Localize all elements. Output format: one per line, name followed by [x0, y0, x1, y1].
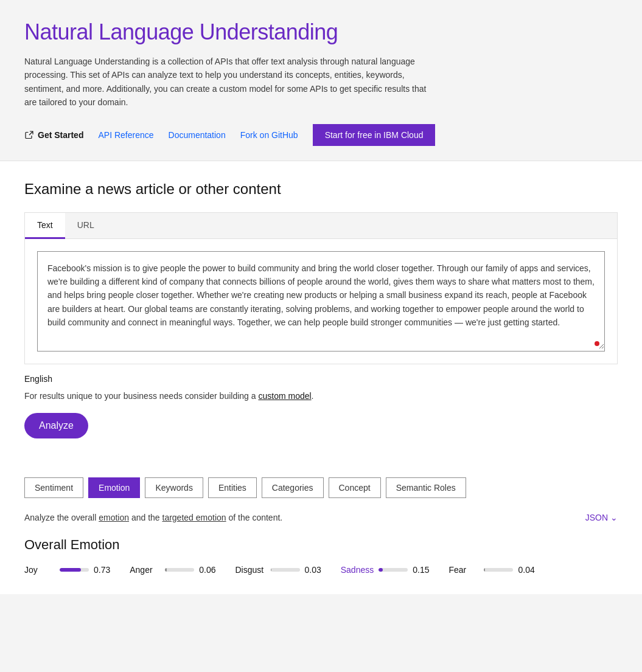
fear-value: 0.04 [518, 565, 534, 575]
tab-text[interactable]: Text [25, 213, 65, 239]
fear-label: Fear [448, 565, 479, 575]
emotion-item-joy: Joy 0.73 [24, 565, 110, 575]
description-row: Analyze the overall emotion and the targ… [24, 513, 618, 522]
emotion-description: Analyze the overall emotion and the targ… [24, 513, 282, 522]
tab-url[interactable]: URL [65, 213, 106, 239]
custom-model-text: For results unique to your business need… [24, 391, 618, 401]
header-section: Natural Language Understanding Natural L… [0, 0, 642, 161]
fear-bar-fill [484, 568, 485, 572]
disgust-bar-track [271, 568, 300, 572]
sadness-bar-track [379, 568, 408, 572]
chevron-down-icon: ⌄ [610, 513, 618, 522]
anger-bar-fill [165, 568, 167, 572]
custom-model-link[interactable]: custom model [258, 391, 311, 401]
get-started-label: Get Started [38, 130, 83, 140]
results-section: Sentiment Emotion Keywords Entities Cate… [0, 458, 642, 594]
joy-value: 0.73 [94, 565, 110, 575]
filter-tab-entities[interactable]: Entities [208, 477, 257, 498]
input-tab-bar: Text URL [25, 213, 617, 239]
analyze-button[interactable]: Analyze [24, 413, 88, 438]
filter-tabs: Sentiment Emotion Keywords Entities Cate… [24, 477, 618, 498]
start-free-button[interactable]: Start for free in IBM Cloud [313, 124, 436, 146]
api-reference-link[interactable]: API Reference [98, 130, 153, 140]
filter-tab-sentiment[interactable]: Sentiment [24, 477, 83, 498]
filter-tab-keywords[interactable]: Keywords [145, 477, 203, 498]
text-input-wrapper: Facebook's mission is to give people the… [37, 251, 605, 352]
overall-emotion-title: Overall Emotion [24, 537, 618, 553]
filter-tab-categories[interactable]: Categories [262, 477, 324, 498]
joy-bar-track [60, 568, 89, 572]
anger-bar-track [165, 568, 194, 572]
fear-bar-track [484, 568, 513, 572]
joy-bar-fill [60, 568, 81, 572]
sadness-bar-fill [379, 568, 383, 572]
documentation-link[interactable]: Documentation [169, 130, 226, 140]
disgust-label: Disgust [236, 565, 266, 575]
filter-tab-emotion[interactable]: Emotion [88, 477, 140, 498]
nav-bar: Get Started API Reference Documentation … [24, 124, 618, 146]
examine-section-title: Examine a news article or other content [24, 181, 618, 198]
joy-label: Joy [24, 565, 55, 575]
json-toggle[interactable]: JSON ⌄ [585, 513, 618, 522]
sadness-label: Sadness [341, 565, 374, 575]
anger-label: Anger [130, 565, 160, 575]
emotion-item-anger: Anger 0.06 [130, 565, 215, 575]
targeted-emotion-link[interactable]: targeted emotion [162, 513, 226, 522]
fork-github-link[interactable]: Fork on GitHub [240, 130, 298, 140]
disgust-value: 0.03 [305, 565, 321, 575]
filter-tab-semantic-roles[interactable]: Semantic Roles [386, 477, 466, 498]
anger-value: 0.06 [199, 565, 215, 575]
emotion-item-sadness: Sadness 0.15 [341, 565, 430, 575]
emotion-bars: Joy 0.73 Anger 0.06 Disgust 0.03 Sadness [24, 565, 618, 575]
link-icon [24, 130, 34, 140]
page-description: Natural Language Understanding is a coll… [24, 55, 438, 109]
main-section: Examine a news article or other content … [0, 161, 642, 458]
emotion-item-fear: Fear 0.04 [448, 565, 534, 575]
page-title: Natural Language Understanding [24, 19, 618, 45]
tab-content-text: Facebook's mission is to give people the… [25, 239, 617, 364]
sadness-value: 0.15 [413, 565, 429, 575]
text-input[interactable]: Facebook's mission is to give people the… [38, 252, 604, 349]
emotion-item-disgust: Disgust 0.03 [236, 565, 321, 575]
emotion-link[interactable]: emotion [99, 513, 129, 522]
json-label: JSON [585, 513, 608, 522]
input-tab-container: Text URL Facebook's mission is to give p… [24, 212, 618, 364]
filter-tab-concept[interactable]: Concept [329, 477, 381, 498]
language-label: English [24, 374, 618, 384]
resize-handle [595, 341, 599, 346]
disgust-bar-fill [271, 568, 271, 572]
get-started-nav[interactable]: Get Started [24, 130, 83, 140]
